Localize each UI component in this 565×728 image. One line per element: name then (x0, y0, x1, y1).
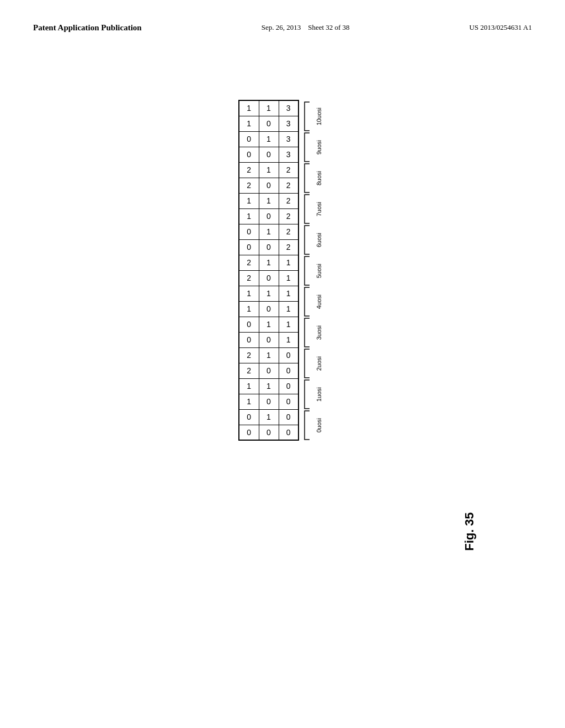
uosi-group-3: uosi 3 (301, 317, 327, 348)
figure-label: Fig. 35 (462, 512, 477, 551)
uosi-group-1: uosi 1 (301, 379, 327, 410)
bracket-0 (301, 410, 311, 441)
bracket-8 (301, 163, 311, 194)
uosi-num-10: 10 (316, 119, 322, 125)
uosi-word-7: uosi (316, 202, 322, 213)
uosi-word-5: uosi (316, 264, 322, 275)
uosi-word-1: uosi (316, 387, 322, 398)
uosi-word-2: uosi (316, 356, 322, 367)
bracket-1 (301, 379, 311, 410)
uosi-num-0: 0 (316, 429, 322, 432)
bracket-5 (301, 255, 311, 286)
publication-title: Patent Application Publication (33, 22, 142, 34)
uosi-group-6: uosi 6 (301, 224, 327, 255)
uosi-num-5: 5 (316, 275, 322, 278)
bracket-3 (301, 317, 311, 348)
uosi-group-8: uosi 8 (301, 163, 327, 194)
uosi-num-1: 1 (316, 398, 322, 402)
bracket-10 (301, 101, 311, 132)
uosi-word-4: uosi (316, 295, 322, 306)
patent-number: US 2013/0254631 A1 (470, 22, 532, 34)
uosi-word-0: uosi (316, 418, 322, 429)
data-table: 113 103 013 003 212 202 112 102 012 002 (238, 100, 299, 441)
uosi-word-10: uosi (316, 108, 322, 119)
bracket-4 (301, 286, 311, 317)
bracket-2 (301, 348, 311, 379)
uosi-num-3: 3 (316, 336, 322, 340)
uosi-group-10: uosi 10 (301, 101, 327, 132)
uosi-group-7: uosi 7 (301, 194, 327, 224)
uosi-num-2: 2 (316, 367, 322, 371)
uosi-word-6: uosi (316, 233, 322, 244)
uosi-group-9: uosi 9 (301, 132, 327, 163)
uosi-group-2: uosi 2 (301, 348, 327, 379)
uosi-group-5: uosi 5 (301, 255, 327, 286)
uosi-word-8: uosi (316, 171, 322, 182)
page-header: Patent Application Publication Sep. 26, … (0, 0, 565, 45)
uosi-group-4: uosi 4 (301, 286, 327, 317)
uosi-group-0: uosi 0 (301, 410, 327, 441)
bracket-7 (301, 194, 311, 224)
bracket-6 (301, 224, 311, 255)
uosi-num-6: 6 (316, 244, 322, 247)
uosi-num-9: 9 (316, 151, 322, 154)
bracket-9 (301, 132, 311, 163)
header-date-sheet: Sep. 26, 2013 Sheet 32 of 38 (262, 22, 350, 34)
uosi-num-7: 7 (316, 213, 322, 216)
uosi-word-3: uosi (316, 325, 322, 336)
uosi-num-4: 4 (316, 306, 322, 309)
uosi-word-9: uosi (316, 140, 322, 151)
uosi-num-8: 8 (316, 182, 322, 185)
uosi-labels-area: uosi 0 uosi 1 (301, 101, 327, 441)
